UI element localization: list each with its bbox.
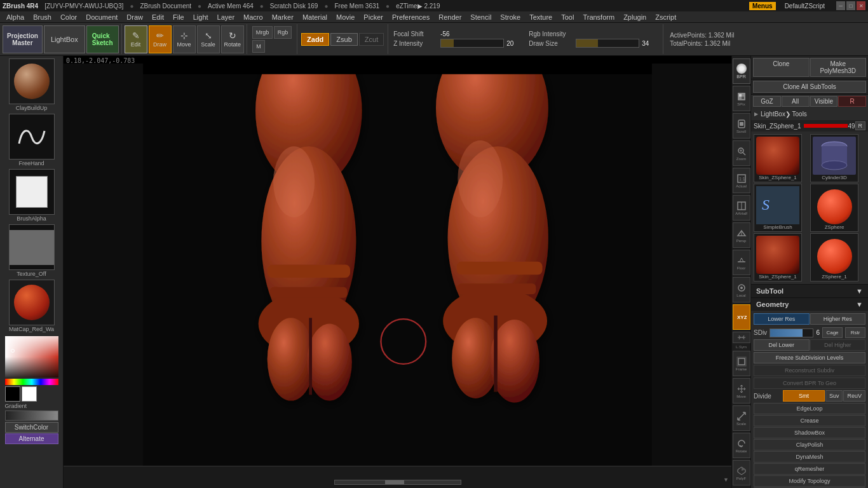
freeze-subdiv-btn[interactable]: Freeze SubDivision Levels: [754, 352, 865, 363]
claybuildup-tool[interactable]: ClayBuildUp: [4, 58, 60, 111]
reuv-btn[interactable]: ReuV: [843, 390, 865, 402]
menu-texture[interactable]: Texture: [526, 11, 556, 22]
hue-slider[interactable]: [5, 379, 58, 385]
menu-tool[interactable]: Tool: [557, 11, 578, 22]
menu-draw[interactable]: Draw: [123, 11, 147, 22]
menu-render[interactable]: Render: [435, 11, 465, 22]
lsym-btn[interactable]: [733, 332, 750, 343]
canvas-area[interactable]: 0.18,-2.047,-0.783 ▼: [64, 56, 731, 488]
lightbox-tools-header[interactable]: ▶ LightBox❯ Tools: [753, 110, 866, 118]
win-maximize[interactable]: □: [846, 1, 855, 10]
scrollbar-thumb[interactable]: [385, 480, 404, 484]
goz-btn[interactable]: GoZ: [753, 96, 781, 107]
sdiv-slider[interactable]: [770, 329, 813, 337]
thumb-zsphere[interactable]: ZSphere: [810, 184, 858, 232]
move-btn[interactable]: ⊹ Move: [173, 25, 196, 53]
del-lower-btn[interactable]: Del Lower: [754, 339, 810, 351]
rstr-btn[interactable]: Rstr: [845, 327, 865, 338]
mrgb-btn[interactable]: Mrgb: [252, 26, 273, 39]
polyf-btn[interactable]: PolyF: [733, 460, 750, 485]
menu-layer[interactable]: Layer: [214, 11, 239, 22]
brush-alpha-tool[interactable]: BrushAlpha: [4, 169, 60, 222]
gradient-swatch[interactable]: [5, 410, 58, 421]
menu-material[interactable]: Material: [299, 11, 331, 22]
xyz-btn[interactable]: XYZ: [733, 304, 750, 330]
skin-z-slider[interactable]: [804, 124, 848, 128]
thumb-cylinder3d[interactable]: Cylinder3D: [810, 134, 858, 182]
bpr-btn[interactable]: BPR: [733, 58, 750, 84]
switch-color-btn[interactable]: SwitchColor: [5, 422, 58, 433]
shadowbox-btn[interactable]: ShadowBox: [754, 427, 865, 438]
draw-size-slider[interactable]: [576, 39, 639, 48]
menu-picker[interactable]: Picker: [360, 11, 387, 22]
cage-btn[interactable]: Cage: [822, 327, 843, 338]
zsub-btn[interactable]: Zsub: [330, 33, 357, 46]
z-intensity-slider[interactable]: [440, 39, 504, 48]
thumb-skin-zsphere1[interactable]: Skin_ZSphere_1: [754, 134, 802, 182]
menus-btn[interactable]: Menus: [749, 2, 776, 10]
spix-btn[interactable]: SPix: [733, 86, 750, 111]
menu-edit[interactable]: Edit: [148, 11, 168, 22]
swatch-white[interactable]: [22, 386, 37, 402]
scale-icon-btn[interactable]: Scale: [733, 405, 750, 431]
crease-btn[interactable]: Crease: [754, 415, 865, 426]
suv-btn[interactable]: Suv: [825, 390, 843, 402]
draw-btn[interactable]: ✏ Draw: [149, 25, 172, 53]
menu-stencil[interactable]: Stencil: [466, 11, 495, 22]
actual-btn[interactable]: 1:1 Actual: [733, 168, 750, 193]
persp-btn[interactable]: Persp: [733, 222, 750, 248]
menu-macro[interactable]: Macro: [240, 11, 267, 22]
scale-btn[interactable]: ⤡ Scale: [197, 25, 220, 53]
thumb-zsphere1[interactable]: ZSphere_1: [810, 233, 858, 281]
scroll-btn[interactable]: Scroll: [733, 113, 750, 139]
menu-color[interactable]: Color: [57, 11, 81, 22]
edit-btn[interactable]: ✎ Edit: [125, 25, 147, 53]
canvas-scrollbar[interactable]: [334, 480, 461, 485]
smt-btn[interactable]: Smt: [783, 390, 825, 402]
menu-preferences[interactable]: Preferences: [388, 11, 433, 22]
texture-off-tool[interactable]: Texture_Off: [4, 224, 60, 277]
menu-zscript[interactable]: Zscript: [651, 11, 680, 22]
menu-transform[interactable]: Transform: [579, 11, 618, 22]
subtool-header[interactable]: SubTool ▼: [751, 285, 868, 297]
menu-zplugin[interactable]: Zplugin: [620, 11, 650, 22]
menu-stroke[interactable]: Stroke: [496, 11, 524, 22]
visible-btn[interactable]: Visible: [810, 96, 838, 107]
lower-res-btn[interactable]: Lower Res: [754, 313, 810, 325]
frame-btn[interactable]: Frame: [733, 351, 750, 376]
color-picker[interactable]: Gradient SwitchColor Alternate: [4, 335, 60, 445]
clone-btn[interactable]: Clone: [753, 58, 810, 77]
dynamesh-btn[interactable]: DynaMesh: [754, 451, 865, 463]
local-btn[interactable]: Local: [733, 277, 750, 302]
menu-movie[interactable]: Movie: [332, 11, 358, 22]
win-minimize[interactable]: ─: [836, 1, 845, 10]
floor-btn[interactable]: Floor: [733, 250, 750, 275]
move-icon-btn[interactable]: Move: [733, 378, 750, 403]
lightbox-btn[interactable]: LightBox: [44, 25, 85, 53]
win-close[interactable]: ✕: [857, 1, 865, 10]
make-polymesh-btn[interactable]: Make PolyMesh3D: [810, 58, 867, 77]
zoom-btn[interactable]: Zoom: [733, 140, 750, 166]
rgb-btn[interactable]: Rgb: [274, 26, 292, 39]
claypolish-btn[interactable]: ClayPolish: [754, 439, 865, 451]
swatch-black[interactable]: [5, 386, 20, 402]
thumb-skin-zsphere1b[interactable]: Skin_ZSphere_1: [754, 233, 802, 281]
rotate-icon-btn[interactable]: Rotate: [733, 433, 750, 458]
projection-master-btn[interactable]: Projection Master: [3, 25, 43, 53]
menu-document[interactable]: Document: [82, 11, 121, 22]
clone-all-btn[interactable]: Clone All SubTools: [753, 81, 866, 93]
zadd-btn[interactable]: Zadd: [301, 33, 329, 46]
modify-topology-btn[interactable]: Modify Topology: [754, 475, 865, 487]
rotate-btn[interactable]: ↻ Rotate: [221, 25, 245, 53]
aahalf-btn[interactable]: AAHalf: [733, 195, 750, 220]
menu-alpha[interactable]: Alpha: [3, 11, 28, 22]
thumb-simplebrush[interactable]: S SimpleBrush: [754, 184, 802, 232]
menu-file[interactable]: File: [169, 11, 188, 22]
menu-marker[interactable]: Marker: [268, 11, 297, 22]
matcap-tool[interactable]: MatCap_Red_Wa: [4, 280, 60, 332]
menu-light[interactable]: Light: [189, 11, 212, 22]
color-gradient[interactable]: [5, 336, 58, 377]
qremesher-btn[interactable]: qRemesher: [754, 463, 865, 475]
r-btn[interactable]: R: [838, 96, 866, 107]
edgeloop-btn[interactable]: EdgeLoop: [754, 403, 865, 414]
